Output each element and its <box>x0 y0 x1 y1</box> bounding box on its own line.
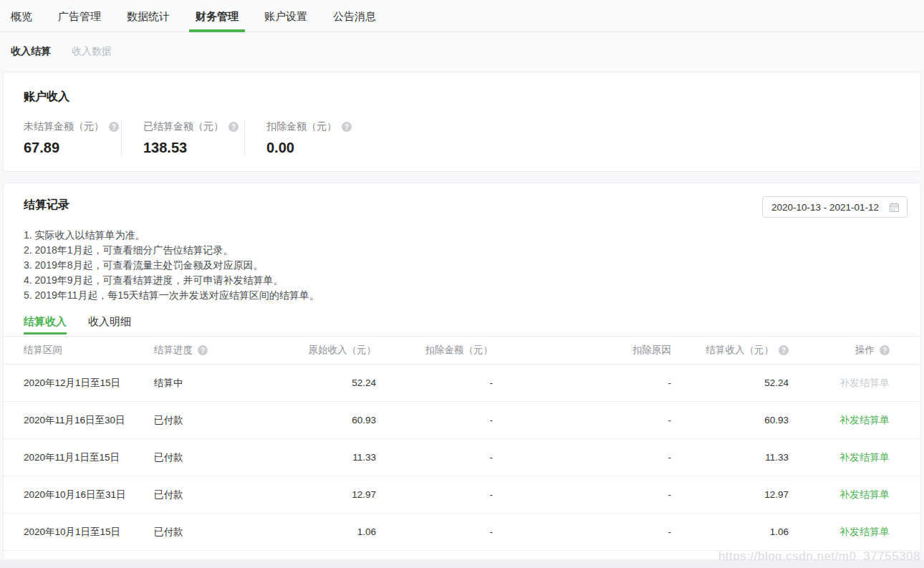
subnav-item-income-settlement[interactable]: 收入结算 <box>11 45 51 58</box>
tab-settlement-income[interactable]: 结算收入 <box>24 312 67 336</box>
cell-deduction-reason: - <box>493 415 671 425</box>
settlement-table-body: 2020年12月1日至15日结算中52.24--52.24补发结算单2020年1… <box>4 365 920 551</box>
column-help-icon[interactable]: ? <box>779 345 789 355</box>
stat-label-row: 已结算金额（元）? <box>143 120 244 133</box>
table-row: 2020年10月1日至15日已付款1.06--1.06补发结算单 <box>4 514 920 551</box>
column-header-6: 结算收入（元）? <box>671 344 789 357</box>
help-icon-settled-amount[interactable]: ? <box>228 122 239 132</box>
column-help-icon[interactable]: ? <box>880 345 890 355</box>
cell-action: 补发结算单 <box>789 488 890 501</box>
settlement-records-title: 结算记录 <box>24 198 69 213</box>
cell-deduction-amount: - <box>376 526 493 537</box>
cell-deduction-reason: - <box>493 489 671 500</box>
cell-settled-income: 60.93 <box>671 415 789 425</box>
cell-action: 补发结算单 <box>789 451 890 464</box>
stat-label-deducted-amount: 扣除金额（元） <box>266 120 337 133</box>
cell-settled-income: 1.06 <box>671 526 789 537</box>
column-header-7: 操作? <box>789 344 890 357</box>
nav-item-account-settings[interactable]: 账户设置 <box>264 0 307 32</box>
column-header-3: 原始收入（元） <box>261 344 376 357</box>
cell-settled-income: 11.33 <box>671 452 789 463</box>
date-range-value: 2020-10-13 - 2021-01-12 <box>771 202 879 213</box>
column-header-label: 扣除金额（元） <box>425 344 494 357</box>
stat-label-unsettled-amount: 未结算金额（元） <box>24 120 104 133</box>
settlement-table-header: 结算区间结算进度?原始收入（元）扣除金额（元）扣除原因结算收入（元）?操作? <box>4 336 920 365</box>
account-income-title: 账户收入 <box>24 90 900 105</box>
cell-settled-income: 52.24 <box>671 377 789 388</box>
cell-settlement-period: 2020年10月1日至15日 <box>24 526 154 539</box>
cell-settlement-period: 2020年10月16日至31日 <box>24 488 154 501</box>
stat-deducted-amount: 扣除金额（元）?0.00 <box>245 120 368 156</box>
cell-settlement-period: 2020年11月16日至30日 <box>24 414 154 427</box>
cell-settled-income: 12.97 <box>671 489 789 500</box>
cell-original-income: 11.33 <box>261 452 376 463</box>
tab-income-detail[interactable]: 收入明细 <box>88 312 131 336</box>
cell-settlement-period: 2020年11月1日至15日 <box>24 451 154 464</box>
record-tabs: 结算收入收入明细 <box>4 312 920 336</box>
column-header-5: 扣除原因 <box>493 344 671 357</box>
settlement-records-head: 结算记录 2020-10-13 - 2021-01-12 <box>4 198 920 221</box>
stat-label-settled-amount: 已结算金额（元） <box>143 120 223 133</box>
column-header-label: 扣除原因 <box>632 344 671 357</box>
cell-action: 补发结算单 <box>789 414 890 427</box>
nav-item-finance-management[interactable]: 财务管理 <box>196 0 239 32</box>
help-icon-deducted-amount[interactable]: ? <box>342 122 352 132</box>
cell-deduction-amount: - <box>376 377 493 388</box>
cell-settlement-status: 结算中 <box>154 377 261 390</box>
reissue-statement-link: 补发结算单 <box>839 377 890 388</box>
column-header-2: 结算进度? <box>154 344 261 357</box>
cell-deduction-amount: - <box>376 452 493 463</box>
cell-original-income: 52.24 <box>261 377 376 388</box>
sub-nav: 收入结算收入数据 <box>0 32 924 70</box>
column-header-label: 结算收入（元） <box>706 344 774 357</box>
stat-value-settled-amount: 138.53 <box>143 140 244 156</box>
cell-deduction-reason: - <box>493 377 671 388</box>
cell-original-income: 60.93 <box>261 415 376 425</box>
column-header-label: 结算进度 <box>154 344 193 357</box>
settlement-notes: 1. 实际收入以结算单为准。2. 2018年1月起，可查看细分广告位结算记录。3… <box>4 221 920 303</box>
nav-item-announcements[interactable]: 公告消息 <box>333 0 376 32</box>
column-help-icon[interactable]: ? <box>198 345 208 355</box>
stat-label-row: 未结算金额（元）? <box>24 120 121 133</box>
cell-deduction-amount: - <box>376 415 493 425</box>
reissue-statement-link[interactable]: 补发结算单 <box>839 414 890 425</box>
cell-settlement-status: 已付款 <box>154 488 261 501</box>
cell-deduction-reason: - <box>493 526 671 537</box>
stat-unsettled-amount: 未结算金额（元）?67.89 <box>24 120 122 156</box>
subnav-item-income-data[interactable]: 收入数据 <box>72 45 112 58</box>
cell-original-income: 12.97 <box>261 489 376 500</box>
reissue-statement-link[interactable]: 补发结算单 <box>839 488 890 500</box>
cell-deduction-amount: - <box>376 489 493 500</box>
cell-action: 补发结算单 <box>789 526 890 539</box>
help-icon-unsettled-amount[interactable]: ? <box>109 122 119 132</box>
cell-deduction-reason: - <box>493 452 671 463</box>
table-row: 2020年11月1日至15日已付款11.33--11.33补发结算单 <box>4 439 920 476</box>
cell-settlement-period: 2020年12月1日至15日 <box>24 377 154 390</box>
date-range-picker[interactable]: 2020-10-13 - 2021-01-12 <box>762 196 908 218</box>
calendar-icon[interactable] <box>889 202 900 213</box>
settlement-records-card: 结算记录 2020-10-13 - 2021-01-12 <box>3 183 921 560</box>
cell-settlement-status: 已付款 <box>154 414 261 427</box>
cell-original-income: 1.06 <box>261 526 376 537</box>
column-header-label: 原始收入（元） <box>309 344 377 357</box>
column-header-label: 结算区间 <box>24 344 62 357</box>
nav-item-overview[interactable]: 概览 <box>11 0 32 32</box>
reissue-statement-link[interactable]: 补发结算单 <box>839 451 890 463</box>
table-row: 2020年12月1日至15日结算中52.24--52.24补发结算单 <box>4 365 920 402</box>
top-nav: 概览广告管理数据统计财务管理账户设置公告消息 <box>0 0 924 32</box>
settlement-note-2: 2. 2018年1月起，可查看细分广告位结算记录。 <box>24 243 900 258</box>
table-row: 2020年10月16日至31日已付款12.97--12.97补发结算单 <box>4 476 920 514</box>
account-income-stats: 未结算金额（元）?67.89已结算金额（元）?138.53扣除金额（元）?0.0… <box>24 120 900 156</box>
nav-item-ad-management[interactable]: 广告管理 <box>58 0 101 32</box>
settlement-note-1: 1. 实际收入以结算单为准。 <box>24 228 900 243</box>
account-income-card: 账户收入 未结算金额（元）?67.89已结算金额（元）?138.53扣除金额（元… <box>3 72 921 172</box>
cell-action: 补发结算单 <box>789 377 890 390</box>
bottom-strip <box>0 560 924 568</box>
nav-item-data-statistics[interactable]: 数据统计 <box>127 0 170 32</box>
stat-value-unsettled-amount: 67.89 <box>24 140 121 156</box>
column-header-1: 结算区间 <box>24 344 154 357</box>
reissue-statement-link[interactable]: 补发结算单 <box>839 526 890 537</box>
column-header-4: 扣除金额（元） <box>376 344 493 357</box>
column-header-label: 操作 <box>855 344 875 357</box>
cell-settlement-status: 已付款 <box>154 451 261 464</box>
